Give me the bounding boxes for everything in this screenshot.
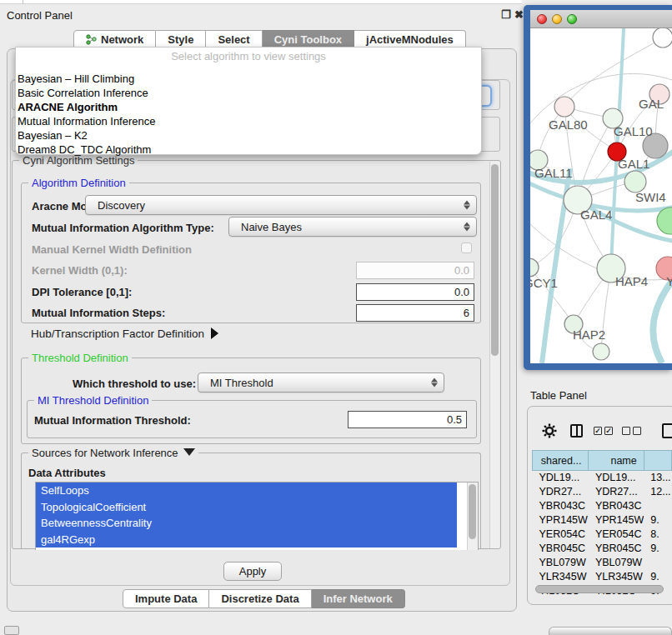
cell: YDR27... [589, 485, 644, 499]
column-header-cut[interactable] [644, 451, 671, 471]
expand-right-icon [211, 328, 218, 339]
manual-kernel-width-label: Manual Kernel Width Definition [32, 243, 192, 256]
dpi-tolerance-value: 0.0 [454, 286, 469, 298]
bottom-left-button[interactable] [4, 626, 19, 635]
manual-kernel-width-checkbox[interactable] [461, 242, 472, 253]
list-item-selected[interactable]: TopologicalCoefficient [36, 499, 457, 516]
cell: 9. [644, 513, 671, 528]
node-attribute-table[interactable]: shared... name YDL19...YDL19...13... YDR… [532, 450, 672, 598]
apply-button-label: Apply [239, 565, 267, 578]
table-settings-gear-icon[interactable] [542, 423, 557, 438]
mi-threshold-group-title: MI Threshold Definition [34, 394, 152, 407]
algorithm-option[interactable]: Basic Correlation Inference [18, 86, 148, 100]
aracne-mode-combobox[interactable]: Discovery [85, 195, 477, 215]
mi-steps-input[interactable]: 6 [356, 304, 474, 322]
tab-network-label: Network [101, 33, 143, 46]
cell: 8. [644, 528, 671, 542]
new-table-doc-icon[interactable] [662, 423, 672, 438]
table-row[interactable]: YDL19...YDL19...13... [533, 471, 672, 485]
data-attributes-label: Data Attributes [28, 467, 106, 479]
tab-infer-network[interactable]: Infer Network [312, 589, 405, 608]
tab-impute-data-label: Impute Data [135, 592, 197, 605]
node-label-gal10: GAL10 [614, 124, 653, 138]
table-row[interactable]: YDR27...YDR27...12... [533, 485, 672, 499]
tab-style-label: Style [168, 33, 193, 46]
control-panel-title: Control Panel [7, 9, 73, 22]
algorithm-option[interactable]: Bayesian – K2 [18, 128, 88, 142]
minimize-traffic-light-icon[interactable] [552, 14, 562, 24]
tab-impute-data[interactable]: Impute Data [123, 589, 209, 608]
which-threshold-label: Which threshold to use: [73, 378, 196, 390]
mi-threshold-label: Mutual Information Threshold: [34, 414, 191, 427]
column-header-name[interactable]: name [589, 451, 644, 471]
tab-discretize-data[interactable]: Discretize Data [209, 589, 311, 608]
sources-title[interactable]: Sources for Network Inference [28, 447, 198, 459]
mi-threshold-input[interactable]: 0.5 [348, 411, 467, 428]
node-label-gcy1: GCY1 [530, 276, 558, 290]
cell: YBL079W [533, 556, 589, 570]
cell: YPR145W [533, 513, 589, 528]
node-label-gal1: GAL1 [618, 157, 649, 171]
table-row[interactable]: YPR145WYPR145W9. [533, 513, 672, 528]
list-scrollbar-thumb[interactable] [469, 484, 476, 539]
hub-definition-label: Hub/Transcription Factor Definition [31, 328, 204, 340]
tab-jactivemnodules-label: jActiveMNodules [366, 33, 454, 46]
mi-steps-label: Mutual Information Steps: [32, 307, 165, 319]
kernel-width-label: Kernel Width (0,1): [32, 264, 128, 277]
cell [644, 499, 671, 513]
list-item-selected[interactable]: SelfLoops [36, 482, 457, 499]
table-row[interactable]: YBL079WYBL079W [533, 556, 672, 570]
node-label-y-cut: Y [666, 274, 672, 288]
mi-threshold-value: 0.5 [447, 413, 462, 426]
network-window-titlebar[interactable] [530, 10, 672, 28]
kernel-width-input[interactable]: 0.0 [356, 262, 474, 279]
network-canvas[interactable]: GAL GAL80 GAL10 GAL1 GAL11 SWI4 GAL4 GCY… [530, 28, 672, 363]
mi-type-combobox[interactable]: Naive Bayes [228, 217, 477, 237]
cell [644, 556, 671, 570]
sources-title-label: Sources for Network Inference [32, 447, 178, 459]
table-row[interactable]: YER054CYER054C8. [533, 528, 672, 542]
top-strip-divider [23, 0, 23, 4]
list-item-selected[interactable]: BetweennessCentrality [36, 515, 457, 532]
threshold-definition-title: Threshold Definition [28, 352, 132, 364]
algorithm-option-selected[interactable]: ARACNE Algorithm [18, 100, 118, 114]
cyni-bottom-tabbar: Impute Data Discretize Data Infer Networ… [123, 589, 405, 608]
cell: 13... [644, 471, 671, 485]
zoom-traffic-light-icon[interactable] [567, 14, 577, 24]
table-header-row[interactable]: shared... name [533, 451, 672, 471]
settings-scrollbar-thumb[interactable] [491, 164, 499, 356]
deselect-all-checkboxes-icon[interactable] [622, 427, 644, 435]
tab-select-label: Select [218, 33, 249, 46]
mi-type-label: Mutual Information Algorithm Type: [32, 222, 214, 234]
close-traffic-light-icon[interactable] [537, 14, 547, 24]
cyni-algorithm-settings-group: Cyni Algorithm Settings Algorithm Defini… [12, 160, 501, 549]
algorithm-option[interactable]: Bayesian – Hill Climbing [18, 72, 134, 86]
node-label-swi4: SWI4 [635, 190, 666, 204]
stepper-icon [464, 222, 470, 232]
list-item-selected[interactable]: gal4RGexp [36, 532, 457, 548]
cell: YPR145W [589, 513, 644, 528]
close-window-icon[interactable]: ✖ [514, 8, 524, 21]
tab-cyni-toolbox-label: Cyni Toolbox [274, 33, 342, 46]
float-window-icon[interactable]: ❐ [501, 8, 511, 21]
data-attributes-list[interactable]: SelfLoops TopologicalCoefficient Between… [35, 482, 479, 550]
cell: YBR043C [589, 499, 644, 513]
cell: YER054C [533, 528, 589, 542]
cell: YDL19... [589, 471, 644, 485]
which-threshold-combobox[interactable]: MI Threshold [198, 372, 444, 392]
select-all-checkboxes-icon[interactable]: ✓✓ [594, 427, 615, 435]
hub-definition-expander[interactable]: Hub/Transcription Factor Definition [31, 328, 218, 340]
algorithm-option[interactable]: Mutual Information Inference [18, 114, 155, 128]
dpi-tolerance-input[interactable]: 0.0 [356, 283, 474, 301]
column-layout-icon[interactable] [570, 424, 583, 438]
table-row[interactable]: YBR043CYBR043C [533, 499, 672, 513]
table-hscrollbar-thumb[interactable] [535, 585, 664, 593]
mi-threshold-group: MI Threshold Definition Mutual Informati… [27, 400, 477, 438]
apply-button[interactable]: Apply [223, 562, 282, 581]
which-threshold-value: MI Threshold [210, 377, 273, 389]
cell: YBR043C [533, 499, 589, 513]
algorithm-option[interactable]: Dream8 DC_TDC Algorithm [18, 142, 151, 157]
algorithm-dropdown-popup: Select algorithm to view settings Bayesi… [15, 47, 482, 155]
column-header-shared[interactable]: shared... [533, 451, 589, 471]
table-row[interactable]: YBR045CYBR045C9. [533, 542, 672, 556]
